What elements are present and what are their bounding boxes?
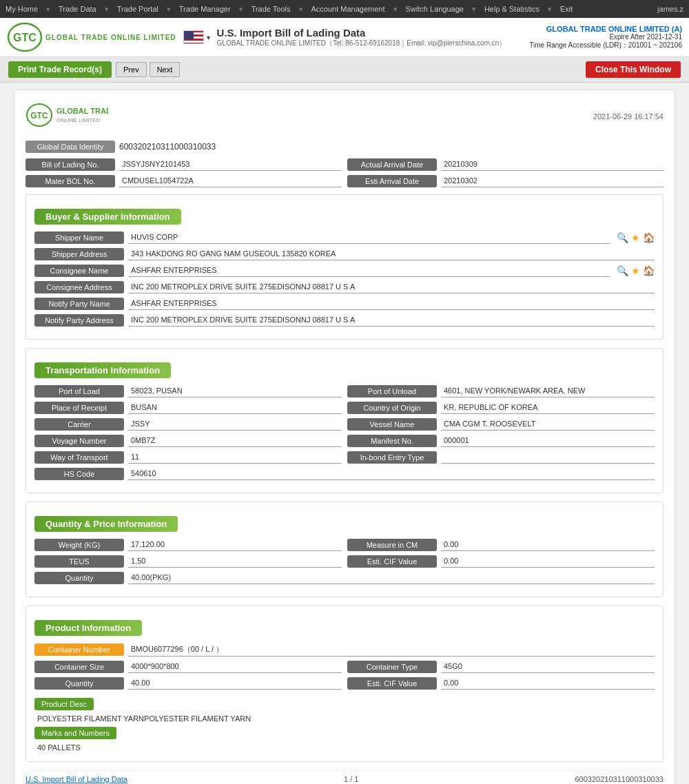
esti-arrival-label: Esti Arrival Date: [347, 175, 437, 187]
teus-label: TEUS: [34, 555, 124, 568]
consignee-address-label: Consignee Address: [34, 281, 124, 293]
voyage-number-value: 0MB7Z: [128, 435, 342, 447]
esti-cif-label: Esti. CIF Value: [347, 555, 437, 568]
nav-exit[interactable]: Exit: [560, 5, 573, 14]
consignee-home-icon[interactable]: 🏠: [643, 265, 655, 276]
product-cif-value: 0.00: [441, 677, 655, 690]
search-icon[interactable]: 🔍: [617, 232, 628, 243]
bol-no-group: Bill of Lading No. JSSYJSNY2101453: [25, 158, 342, 171]
product-cif-group: Esti. CIF Value 0.00: [347, 677, 655, 690]
shipper-address-row: Shipper Address 343 HAKDONG RO GANG NAM …: [34, 248, 655, 260]
nav-trade-manager[interactable]: Trade Manager: [179, 5, 231, 14]
container-type-group: Container Type 45G0: [347, 661, 655, 673]
actual-arrival-label: Actual Arrival Date: [347, 158, 437, 171]
container-number-value: BMOU6077296（00 / L / ）: [128, 643, 655, 657]
print-record-button[interactable]: Print Trade Record(s): [8, 61, 112, 78]
quantity-price-section: Quantity & Price Information Weight (KG)…: [25, 502, 664, 597]
notify-party-address-row: Notify Party Address INC 200 METROPLEX D…: [34, 314, 655, 327]
nav-trade-tools[interactable]: Trade Tools: [251, 5, 291, 14]
port-of-unload-label: Port of Unload: [347, 385, 437, 398]
vessel-name-value: CMA CGM T. ROOSEVELT: [441, 418, 655, 431]
mater-bol-value: CMDUSEL1054722A: [119, 175, 342, 187]
country-of-origin-value: KR, REPUBLIC OF KOREA: [441, 402, 655, 414]
svg-text:GTC: GTC: [30, 111, 48, 121]
vessel-name-group: Vessel Name CMA CGM T. ROOSEVELT: [347, 418, 655, 431]
record-footer: U.S. Import Bill of Lading Data 1 / 1 60…: [25, 770, 664, 784]
port-of-load-value: 58023, PUSAN: [128, 385, 342, 398]
record-footer-link[interactable]: U.S. Import Bill of Lading Data: [25, 775, 127, 783]
port-of-unload-group: Port of Unload 4601, NEW YORK/NEWARK ARE…: [347, 385, 655, 398]
top-navigation: My Home ▾ Trade Data ▾ Trade Portal ▾ Tr…: [0, 0, 689, 18]
place-of-receipt-value: BUSAN: [128, 402, 342, 414]
esti-cif-group: Esti. CIF Value 0.00: [347, 555, 655, 568]
flag-selector[interactable]: ▾: [183, 30, 210, 44]
port-of-unload-value: 4601, NEW YORK/NEWARK AREA, NEW: [441, 385, 655, 398]
hs-code-row: HS Code 540610: [34, 468, 655, 480]
nav-trade-data[interactable]: Trade Data: [59, 5, 96, 14]
measure-cm-group: Measure in CM 0.00: [347, 539, 655, 551]
manifest-no-group: Manifest No. 000001: [347, 435, 655, 447]
prev-button[interactable]: Prev: [116, 62, 147, 77]
bol-no-label: Bill of Lading No.: [25, 158, 115, 171]
header-right: GLOBAL TRADE ONLINE LIMITED (A) Expire A…: [529, 25, 682, 50]
nav-menu-left: My Home ▾ Trade Data ▾ Trade Portal ▾ Tr…: [6, 5, 573, 14]
voyage-manifest-row: Voyage Number 0MB7Z Manifest No. 000001: [34, 435, 655, 447]
container-size-label: Container Size: [34, 661, 124, 673]
global-data-identity-row: Global Data Identity 6003202103110003100…: [25, 141, 664, 153]
container-type-value: 45G0: [441, 661, 655, 673]
header-left: GTC GLOBAL TRADE ONLINE LIMITED ▾ U.S. I…: [7, 22, 506, 52]
toolbar-left: Print Trade Record(s) Prev Next: [8, 61, 180, 78]
consignee-address-row: Consignee Address INC 200 METROPLEX DRIV…: [34, 281, 655, 293]
flag-dropdown-arrow: ▾: [207, 34, 210, 41]
close-window-button[interactable]: Close This Window: [586, 61, 681, 78]
shipper-address-value: 343 HAKDONG RO GANG NAM GUSEOUL 135820 K…: [128, 248, 655, 260]
way-of-transport-label: Way of Transport: [34, 451, 124, 464]
buyer-supplier-section: Buyer & Supplier Information Shipper Nam…: [25, 194, 664, 340]
record-datetime: 2021-06-29 16:17:54: [593, 112, 664, 121]
company-name-link[interactable]: GLOBAL TRADE ONLINE LIMITED (A): [529, 25, 682, 33]
logo-icon: GTC: [7, 22, 43, 52]
nav-account-management[interactable]: Account Management: [311, 5, 385, 14]
page-title: U.S. Import Bill of Lading Data: [217, 27, 506, 39]
marks-numbers-block: Marks and Numbers 40 PALLETS: [34, 724, 655, 753]
transportation-header: Transportation Information: [34, 362, 171, 378]
place-country-row: Place of Receipt BUSAN Country of Origin…: [34, 402, 655, 414]
logo-text-block: GLOBAL TRADE ONLINE LIMITED: [45, 34, 176, 41]
port-of-load-group: Port of Load 58023, PUSAN: [34, 385, 342, 398]
time-range-info: Time Range Accessible (LDR)：201001 ~ 202…: [529, 41, 682, 50]
quantity-price-header: Quantity & Price Information: [34, 516, 178, 532]
header-bar: GTC GLOBAL TRADE ONLINE LIMITED ▾ U.S. I…: [0, 18, 689, 57]
notify-party-address-value: INC 200 METROPLEX DRIVE SUITE 275EDISONN…: [128, 314, 655, 327]
weight-value: 17,120.00: [128, 539, 342, 551]
weight-measure-row: Weight (KG) 17,120.00 Measure in CM 0.00: [34, 539, 655, 551]
consignee-star-icon[interactable]: ★: [631, 265, 640, 276]
consignee-name-value: ASHFAR ENTERPRISES: [128, 265, 610, 277]
record-card: GTC GLOBAL TRADE ONLINE LIMITED 2021-06-…: [14, 90, 675, 784]
manifest-no-value: 000001: [441, 435, 655, 447]
nav-buttons: Prev Next: [116, 62, 180, 77]
place-of-receipt-group: Place of Receipt BUSAN: [34, 402, 342, 414]
nav-help-statistics[interactable]: Help & Statistics: [484, 5, 539, 14]
measure-cm-label: Measure in CM: [347, 539, 437, 551]
product-desc-block: Product Desc POLYESTER FILAMENT YARNPOLY…: [34, 694, 655, 724]
way-inbond-row: Way of Transport 11 In-bond Entry Type: [34, 451, 655, 464]
container-type-label: Container Type: [347, 661, 437, 673]
mater-bol-row: Mater BOL No. CMDUSEL1054722A Esti Arriv…: [25, 175, 664, 187]
quantity-row: Quantity 40.00(PKG): [34, 572, 655, 584]
weight-label: Weight (KG): [34, 539, 124, 551]
mater-bol-label: Mater BOL No.: [25, 175, 115, 187]
nav-my-home[interactable]: My Home: [6, 5, 38, 14]
container-size-type-row: Container Size 4000*900*800 Container Ty…: [34, 661, 655, 673]
global-data-identity-label: Global Data Identity: [25, 141, 115, 153]
voyage-number-group: Voyage Number 0MB7Z: [34, 435, 342, 447]
star-icon[interactable]: ★: [631, 232, 640, 243]
nav-switch-language[interactable]: Switch Language: [406, 5, 464, 14]
home-icon[interactable]: 🏠: [643, 232, 655, 243]
next-button[interactable]: Next: [150, 62, 181, 77]
nav-trade-portal[interactable]: Trade Portal: [117, 5, 158, 14]
consignee-search-icon[interactable]: 🔍: [617, 265, 628, 276]
quantity-label: Quantity: [34, 572, 124, 584]
product-qty-cif-row: Quantity 40.00 Esti. CIF Value 0.00: [34, 677, 655, 690]
esti-arrival-value: 20210302: [441, 175, 664, 187]
shipper-address-label: Shipper Address: [34, 248, 124, 260]
